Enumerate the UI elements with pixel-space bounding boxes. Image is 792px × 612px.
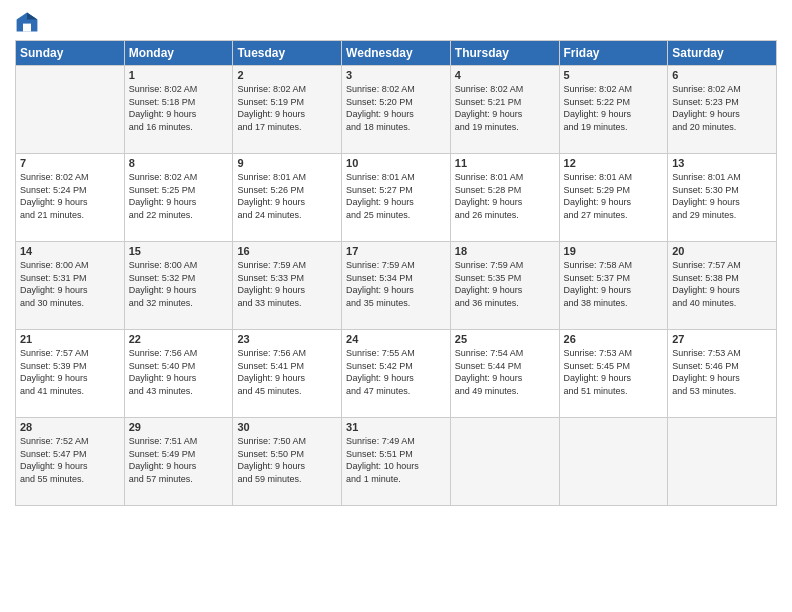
svg-marker-1 <box>27 12 37 19</box>
day-info: Sunrise: 8:01 AM Sunset: 5:26 PM Dayligh… <box>237 171 337 221</box>
day-info: Sunrise: 8:02 AM Sunset: 5:23 PM Dayligh… <box>672 83 772 133</box>
day-info: Sunrise: 7:53 AM Sunset: 5:45 PM Dayligh… <box>564 347 664 397</box>
calendar-cell: 25Sunrise: 7:54 AM Sunset: 5:44 PM Dayli… <box>450 330 559 418</box>
day-info: Sunrise: 8:02 AM Sunset: 5:19 PM Dayligh… <box>237 83 337 133</box>
svg-rect-2 <box>23 24 31 32</box>
calendar-cell: 28Sunrise: 7:52 AM Sunset: 5:47 PM Dayli… <box>16 418 125 506</box>
calendar-day-header: Tuesday <box>233 41 342 66</box>
day-number: 27 <box>672 333 772 345</box>
day-number: 2 <box>237 69 337 81</box>
logo <box>15 10 43 34</box>
calendar-week-row: 21Sunrise: 7:57 AM Sunset: 5:39 PM Dayli… <box>16 330 777 418</box>
day-number: 17 <box>346 245 446 257</box>
header <box>15 10 777 34</box>
calendar-cell: 26Sunrise: 7:53 AM Sunset: 5:45 PM Dayli… <box>559 330 668 418</box>
day-info: Sunrise: 8:02 AM Sunset: 5:22 PM Dayligh… <box>564 83 664 133</box>
logo-icon <box>15 10 39 34</box>
calendar-cell: 9Sunrise: 8:01 AM Sunset: 5:26 PM Daylig… <box>233 154 342 242</box>
day-info: Sunrise: 8:02 AM Sunset: 5:18 PM Dayligh… <box>129 83 229 133</box>
calendar-day-header: Friday <box>559 41 668 66</box>
day-info: Sunrise: 8:01 AM Sunset: 5:29 PM Dayligh… <box>564 171 664 221</box>
calendar-cell <box>16 66 125 154</box>
day-number: 26 <box>564 333 664 345</box>
day-info: Sunrise: 7:59 AM Sunset: 5:33 PM Dayligh… <box>237 259 337 309</box>
day-info: Sunrise: 8:02 AM Sunset: 5:24 PM Dayligh… <box>20 171 120 221</box>
calendar-cell: 4Sunrise: 8:02 AM Sunset: 5:21 PM Daylig… <box>450 66 559 154</box>
day-info: Sunrise: 7:57 AM Sunset: 5:39 PM Dayligh… <box>20 347 120 397</box>
day-info: Sunrise: 7:50 AM Sunset: 5:50 PM Dayligh… <box>237 435 337 485</box>
calendar-cell <box>450 418 559 506</box>
day-number: 14 <box>20 245 120 257</box>
day-info: Sunrise: 8:00 AM Sunset: 5:31 PM Dayligh… <box>20 259 120 309</box>
day-number: 22 <box>129 333 229 345</box>
calendar-cell: 13Sunrise: 8:01 AM Sunset: 5:30 PM Dayli… <box>668 154 777 242</box>
day-info: Sunrise: 8:02 AM Sunset: 5:20 PM Dayligh… <box>346 83 446 133</box>
day-number: 18 <box>455 245 555 257</box>
calendar-week-row: 28Sunrise: 7:52 AM Sunset: 5:47 PM Dayli… <box>16 418 777 506</box>
calendar-cell: 18Sunrise: 7:59 AM Sunset: 5:35 PM Dayli… <box>450 242 559 330</box>
day-info: Sunrise: 7:59 AM Sunset: 5:35 PM Dayligh… <box>455 259 555 309</box>
day-number: 6 <box>672 69 772 81</box>
day-number: 13 <box>672 157 772 169</box>
day-info: Sunrise: 7:49 AM Sunset: 5:51 PM Dayligh… <box>346 435 446 485</box>
day-info: Sunrise: 7:52 AM Sunset: 5:47 PM Dayligh… <box>20 435 120 485</box>
calendar-day-header: Saturday <box>668 41 777 66</box>
calendar-cell <box>668 418 777 506</box>
calendar-day-header: Thursday <box>450 41 559 66</box>
day-number: 31 <box>346 421 446 433</box>
day-info: Sunrise: 8:01 AM Sunset: 5:28 PM Dayligh… <box>455 171 555 221</box>
calendar-cell: 17Sunrise: 7:59 AM Sunset: 5:34 PM Dayli… <box>342 242 451 330</box>
calendar-day-header: Sunday <box>16 41 125 66</box>
day-number: 10 <box>346 157 446 169</box>
day-info: Sunrise: 7:53 AM Sunset: 5:46 PM Dayligh… <box>672 347 772 397</box>
calendar-cell: 20Sunrise: 7:57 AM Sunset: 5:38 PM Dayli… <box>668 242 777 330</box>
day-info: Sunrise: 7:56 AM Sunset: 5:41 PM Dayligh… <box>237 347 337 397</box>
day-info: Sunrise: 8:02 AM Sunset: 5:25 PM Dayligh… <box>129 171 229 221</box>
day-number: 29 <box>129 421 229 433</box>
day-number: 24 <box>346 333 446 345</box>
day-number: 25 <box>455 333 555 345</box>
calendar-cell: 22Sunrise: 7:56 AM Sunset: 5:40 PM Dayli… <box>124 330 233 418</box>
day-number: 30 <box>237 421 337 433</box>
day-number: 23 <box>237 333 337 345</box>
day-number: 20 <box>672 245 772 257</box>
calendar-cell: 2Sunrise: 8:02 AM Sunset: 5:19 PM Daylig… <box>233 66 342 154</box>
calendar-table: SundayMondayTuesdayWednesdayThursdayFrid… <box>15 40 777 506</box>
calendar-cell: 10Sunrise: 8:01 AM Sunset: 5:27 PM Dayli… <box>342 154 451 242</box>
day-info: Sunrise: 7:59 AM Sunset: 5:34 PM Dayligh… <box>346 259 446 309</box>
calendar-week-row: 1Sunrise: 8:02 AM Sunset: 5:18 PM Daylig… <box>16 66 777 154</box>
day-info: Sunrise: 7:58 AM Sunset: 5:37 PM Dayligh… <box>564 259 664 309</box>
day-info: Sunrise: 7:57 AM Sunset: 5:38 PM Dayligh… <box>672 259 772 309</box>
day-info: Sunrise: 7:54 AM Sunset: 5:44 PM Dayligh… <box>455 347 555 397</box>
calendar-cell: 15Sunrise: 8:00 AM Sunset: 5:32 PM Dayli… <box>124 242 233 330</box>
day-info: Sunrise: 7:55 AM Sunset: 5:42 PM Dayligh… <box>346 347 446 397</box>
calendar-cell: 21Sunrise: 7:57 AM Sunset: 5:39 PM Dayli… <box>16 330 125 418</box>
day-number: 7 <box>20 157 120 169</box>
day-info: Sunrise: 8:01 AM Sunset: 5:30 PM Dayligh… <box>672 171 772 221</box>
day-number: 3 <box>346 69 446 81</box>
calendar-cell: 24Sunrise: 7:55 AM Sunset: 5:42 PM Dayli… <box>342 330 451 418</box>
calendar-cell: 3Sunrise: 8:02 AM Sunset: 5:20 PM Daylig… <box>342 66 451 154</box>
calendar-cell: 23Sunrise: 7:56 AM Sunset: 5:41 PM Dayli… <box>233 330 342 418</box>
calendar-cell: 27Sunrise: 7:53 AM Sunset: 5:46 PM Dayli… <box>668 330 777 418</box>
calendar-day-header: Wednesday <box>342 41 451 66</box>
day-info: Sunrise: 8:02 AM Sunset: 5:21 PM Dayligh… <box>455 83 555 133</box>
calendar-cell: 14Sunrise: 8:00 AM Sunset: 5:31 PM Dayli… <box>16 242 125 330</box>
day-number: 28 <box>20 421 120 433</box>
calendar-cell: 31Sunrise: 7:49 AM Sunset: 5:51 PM Dayli… <box>342 418 451 506</box>
day-number: 19 <box>564 245 664 257</box>
calendar-week-row: 14Sunrise: 8:00 AM Sunset: 5:31 PM Dayli… <box>16 242 777 330</box>
day-number: 11 <box>455 157 555 169</box>
day-number: 1 <box>129 69 229 81</box>
calendar-cell: 6Sunrise: 8:02 AM Sunset: 5:23 PM Daylig… <box>668 66 777 154</box>
calendar-cell: 1Sunrise: 8:02 AM Sunset: 5:18 PM Daylig… <box>124 66 233 154</box>
day-number: 5 <box>564 69 664 81</box>
main-container: SundayMondayTuesdayWednesdayThursdayFrid… <box>0 0 792 516</box>
calendar-cell: 11Sunrise: 8:01 AM Sunset: 5:28 PM Dayli… <box>450 154 559 242</box>
calendar-cell: 19Sunrise: 7:58 AM Sunset: 5:37 PM Dayli… <box>559 242 668 330</box>
calendar-cell: 16Sunrise: 7:59 AM Sunset: 5:33 PM Dayli… <box>233 242 342 330</box>
day-number: 4 <box>455 69 555 81</box>
calendar-cell: 30Sunrise: 7:50 AM Sunset: 5:50 PM Dayli… <box>233 418 342 506</box>
day-number: 9 <box>237 157 337 169</box>
calendar-cell: 8Sunrise: 8:02 AM Sunset: 5:25 PM Daylig… <box>124 154 233 242</box>
